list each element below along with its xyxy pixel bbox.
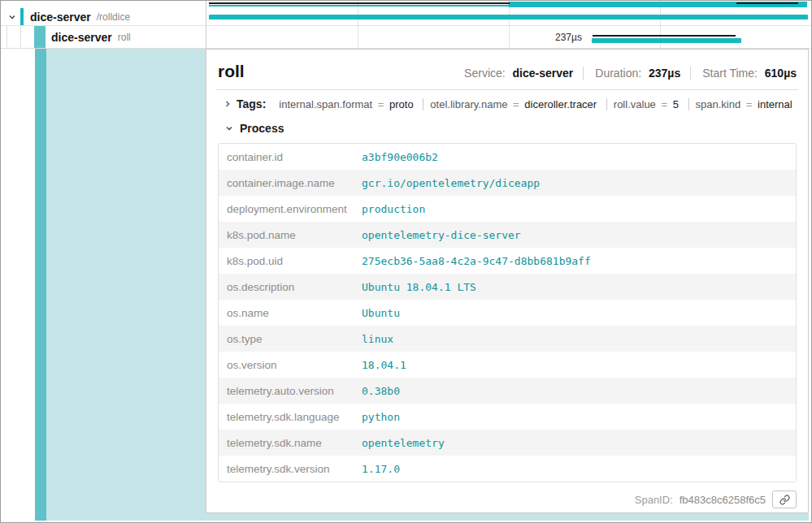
selected-span-accent [34,26,46,48]
span-name-cell[interactable]: dice-server /rolldice [1,8,206,25]
tag-value: diceroller.tracer [524,98,597,110]
process-section-header[interactable]: Process [216,112,798,140]
gridline [509,26,510,48]
process-row: k8s.pod.uid 275ecb36-5aa8-4c2a-9c47-d8bb… [219,248,796,274]
tag-value: 5 [673,98,679,110]
service-name: dice-server [51,31,112,44]
minimap-track[interactable] [206,1,810,8]
deep-link-button[interactable] [772,491,797,508]
tags-section-header[interactable]: Tags: internal.span.format = proto otel.… [216,90,798,112]
process-key: container.image.name [219,172,355,194]
minimap-span-bar [209,5,510,6]
process-value: opentelemetry [355,432,451,454]
span-detail-footer: SpanID: fb483c8c6258f6c5 [216,482,798,508]
span-timeline-cell[interactable] [206,8,811,25]
tag-equals: = [661,98,667,110]
process-value: opentelemetry-dice-server [355,224,528,246]
critical-path-segment [593,35,736,37]
overview-value: dice-server [513,67,574,80]
process-value: python [355,406,406,428]
operation-name: roll [118,32,131,43]
process-key: container.id [219,146,355,168]
tag-value: internal [758,98,792,110]
process-row: deployment.environment production [219,196,796,222]
operation-name: /rolldice [97,11,130,23]
spanid-label: SpanID: [635,494,673,506]
process-key: os.description [219,276,355,298]
span-detail-header: roll Service: dice-server Duration: 237µ… [216,50,798,90]
process-row: telemetry.sdk.language python [219,404,796,430]
process-row: os.version 18.04.1 [219,352,796,378]
overview-value: 610µs [765,67,797,80]
span-name-cell[interactable]: dice-server roll [1,26,206,48]
tag-value: proto [389,98,414,110]
critical-path-segment [736,2,798,4]
trace-timeline-view: dice-server /rolldice dice-server roll 2… [0,0,812,523]
process-row: os.description Ubuntu 18.04.1 LTS [219,274,796,300]
process-key: k8s.pod.uid [219,250,355,272]
span-bar[interactable] [592,38,741,43]
process-value: 275ecb36-5aa8-4c2a-9c47-d8bb681b9aff [355,250,597,272]
process-key: k8s.pod.name [219,224,355,246]
process-row: container.id a3bf90e006b2 [219,144,796,170]
tag-equals: = [746,98,753,110]
tag-key: otel.library.name [430,98,507,110]
process-row: telemetry.auto.version 0.38b0 [219,378,796,404]
process-key: os.version [219,354,355,376]
process-table: container.id a3bf90e006b2 container.imag… [218,143,797,482]
chevron-down-icon[interactable] [7,13,18,21]
process-row: os.type linux [219,326,796,352]
timeline-minimap [1,1,811,8]
process-row: os.name Ubuntu [219,300,796,326]
process-value: 0.38b0 [355,380,406,402]
process-row: container.image.name gcr.io/opentelemetr… [219,170,796,196]
service-color-indicator [20,8,24,25]
tag-item: span.kind = internal [688,98,798,110]
process-key: deployment.environment [219,198,355,220]
overview-item: Service: dice-server [464,67,573,80]
indent-guide [7,26,21,48]
span-detail-area: roll Service: dice-server Duration: 237µ… [1,49,811,522]
process-row: telemetry.sdk.name opentelemetry [219,430,796,456]
overview-item: Duration: 237µs [583,67,680,80]
process-row: k8s.pod.name opentelemetry-dice-server [219,222,796,248]
overview-value: 237µs [649,67,680,80]
span-accent-stripe [35,49,46,521]
span-bar[interactable] [209,15,808,19]
tag-equals: = [513,98,519,110]
span-operation-title: roll [218,62,245,81]
span-row-rolldice: dice-server /rolldice [1,8,811,26]
process-key: telemetry.sdk.version [219,458,355,480]
span-overview: Service: dice-server Duration: 237µs Sta… [464,67,797,80]
process-key: telemetry.auto.version [219,380,355,402]
process-value: linux [355,328,400,350]
process-value: Ubuntu [355,302,406,324]
process-key: os.name [219,302,355,324]
process-value: gcr.io/opentelemetry/diceapp [355,172,546,194]
overview-label: Duration: [595,67,641,80]
overview-label: Start Time: [702,67,758,80]
gridline [358,26,358,48]
process-key: telemetry.sdk.name [219,432,355,454]
process-key: os.type [219,328,355,350]
service-name: dice-server [30,11,91,24]
left-gutter [1,49,35,522]
overview-item: Start Time: 610µs [690,67,797,80]
chevron-right-icon [224,100,232,108]
gridline [660,26,661,48]
tag-item: roll.value = 5 [606,98,688,110]
process-row: telemetry.sdk.version 1.17.0 [219,456,796,482]
tag-key: span.kind [696,98,741,110]
process-value: 18.04.1 [355,354,413,376]
span-detail-panel: roll Service: dice-server Duration: 237µ… [206,49,809,513]
tag-item: internal.span.format = proto [272,98,423,110]
spanid-value: fb483c8c6258f6c5 [680,494,766,506]
tag-list: internal.span.format = proto otel.librar… [272,98,798,110]
indent-guide [1,26,7,48]
process-key: telemetry.sdk.language [219,406,355,428]
tags-label: Tags: [237,97,266,110]
critical-path-segment [209,2,510,4]
span-timeline-cell[interactable]: 237µs [206,26,811,48]
tag-item: otel.library.name = diceroller.tracer [423,98,606,110]
link-icon [779,495,790,505]
